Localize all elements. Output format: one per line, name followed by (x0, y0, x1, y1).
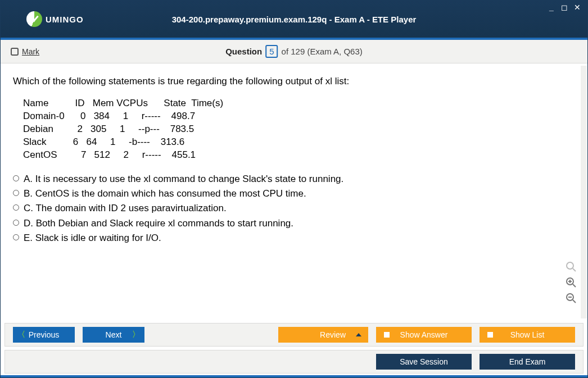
option-text: E. Slack is idle or waiting for I/O. (24, 231, 161, 245)
answer-options: A. It is necessary to use the xl command… (13, 172, 575, 246)
zoom-in-icon[interactable] (565, 276, 577, 289)
radio-icon (13, 234, 19, 240)
option-text: C. The domain with ID 2 uses paravirtual… (24, 201, 227, 216)
scrollbar[interactable] (581, 66, 587, 318)
radio-icon (13, 220, 19, 226)
maximize-icon[interactable]: ◻ (560, 3, 569, 12)
brand-text: UMINGO (46, 15, 84, 24)
minimize-icon[interactable]: _ (547, 3, 556, 12)
answer-option[interactable]: C. The domain with ID 2 uses paravirtual… (13, 201, 575, 216)
previous-label: Previous (29, 330, 59, 339)
question-header: Mark Question 5 of 129 (Exam A, Q63) (1, 40, 587, 63)
mark-checkbox[interactable]: Mark (11, 47, 39, 56)
svg-line-1 (573, 268, 576, 271)
logo-mark-icon (26, 11, 42, 27)
previous-button[interactable]: 〈 Previous (13, 327, 75, 343)
save-session-label: Save Session (400, 357, 448, 366)
stop-icon (384, 332, 390, 338)
svg-line-7 (573, 300, 576, 303)
close-icon[interactable]: ✕ (573, 3, 582, 12)
console-output: Name ID Mem VCPUs State Time(s) Domain-0… (23, 97, 575, 162)
nav-bar-primary: 〈 Previous Next 〉 Review Show Answer Sho… (4, 323, 584, 347)
show-answer-label: Show Answer (400, 330, 448, 339)
window-controls: _ ◻ ✕ (547, 3, 582, 12)
answer-option[interactable]: B. CentOS is the domain which has consum… (13, 186, 575, 201)
answer-option[interactable]: E. Slack is idle or waiting for I/O. (13, 231, 575, 245)
next-button[interactable]: Next 〉 (83, 327, 144, 343)
app-logo: UMINGO (26, 11, 84, 27)
chevron-left-icon: 〈 (17, 330, 25, 340)
nav-bar-secondary: Save Session End Exam (4, 350, 584, 374)
show-answer-button[interactable]: Show Answer (376, 327, 472, 343)
window-title: 304-200.prepaway.premium.exam.129q - Exa… (172, 15, 417, 24)
question-label: Question (225, 47, 262, 56)
show-list-label: Show List (510, 330, 545, 339)
radio-icon (13, 175, 19, 181)
question-of-text: of 129 (Exam A, Q63) (282, 47, 363, 56)
svg-line-3 (573, 284, 576, 287)
review-label: Review (320, 330, 346, 339)
show-list-button[interactable]: Show List (480, 327, 575, 343)
answer-option[interactable]: A. It is necessary to use the xl command… (13, 172, 575, 186)
chevron-right-icon: 〉 (132, 330, 140, 340)
end-exam-label: End Exam (509, 357, 546, 366)
title-bar: UMINGO 304-200.prepaway.premium.exam.129… (1, 1, 587, 40)
answer-option[interactable]: D. Both Debian and Slack require xl comm… (13, 216, 575, 231)
option-text: A. It is necessary to use the xl command… (24, 172, 343, 186)
question-stem: Which of the following statements is tru… (13, 76, 575, 87)
option-text: B. CentOS is the domain which has consum… (24, 186, 306, 201)
stop-icon (487, 332, 493, 338)
question-position: Question 5 of 129 (Exam A, Q63) (225, 45, 363, 58)
search-icon[interactable] (565, 261, 577, 273)
question-body: Which of the following statements is tru… (1, 63, 587, 245)
option-text: D. Both Debian and Slack require xl comm… (24, 216, 293, 231)
svg-point-0 (567, 262, 573, 269)
triangle-up-icon (356, 333, 361, 336)
save-session-button[interactable]: Save Session (376, 354, 472, 370)
end-exam-button[interactable]: End Exam (480, 354, 575, 370)
zoom-out-icon[interactable] (565, 292, 577, 304)
review-button[interactable]: Review (278, 327, 368, 343)
next-label: Next (106, 330, 122, 339)
zoom-controls (565, 261, 577, 304)
bottom-accent-border (1, 375, 587, 377)
question-number-input[interactable]: 5 (265, 45, 278, 58)
mark-label: Mark (22, 47, 39, 56)
radio-icon (13, 190, 19, 196)
checkbox-icon (11, 48, 19, 56)
radio-icon (13, 204, 19, 211)
